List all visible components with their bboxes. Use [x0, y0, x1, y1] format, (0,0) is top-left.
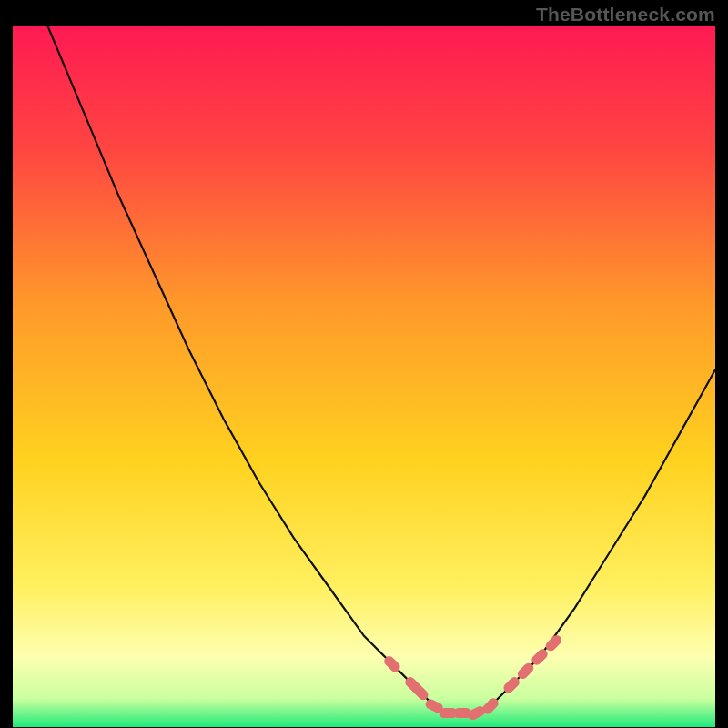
bottleneck-chart [13, 26, 715, 727]
watermark-text: TheBottleneck.com [536, 4, 715, 25]
chart-frame [13, 26, 715, 727]
gradient-background [13, 26, 715, 727]
